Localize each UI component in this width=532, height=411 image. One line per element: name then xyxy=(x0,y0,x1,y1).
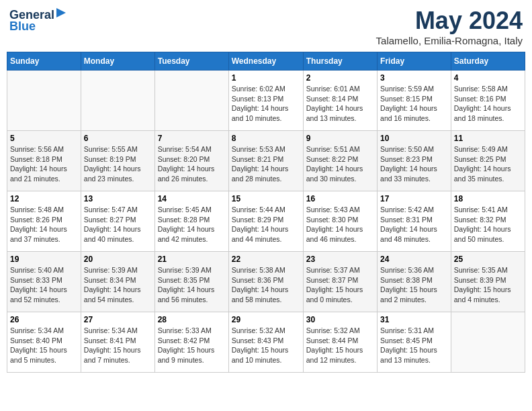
day-info: Sunrise: 5:56 AMSunset: 8:18 PMDaylight:… xyxy=(10,144,78,184)
day-info-line: Daylight: 14 hours xyxy=(380,104,437,112)
day-info-line: Daylight: 14 hours xyxy=(232,165,289,173)
day-info-line: Sunrise: 5:50 AM xyxy=(380,145,434,153)
day-info-line: Daylight: 14 hours xyxy=(454,165,511,173)
day-info-line: Sunrise: 5:48 AM xyxy=(10,205,64,214)
day-number: 3 xyxy=(380,73,448,83)
day-info-line: Daylight: 15 hours xyxy=(306,285,363,293)
week-row-4: 19Sunrise: 5:40 AMSunset: 8:33 PMDayligh… xyxy=(7,252,525,312)
day-number: 23 xyxy=(306,255,374,264)
day-info-line: Sunset: 8:36 PM xyxy=(232,276,284,284)
day-info-line: Sunrise: 5:53 AM xyxy=(232,145,285,153)
day-info-line: Sunset: 8:18 PM xyxy=(10,155,62,163)
day-number: 5 xyxy=(10,134,78,143)
day-info-line: Sunrise: 5:40 AM xyxy=(10,266,64,274)
day-info-line: and 13 minutes. xyxy=(380,356,431,364)
day-info-line: Sunrise: 5:39 AM xyxy=(84,266,138,274)
svg-marker-0 xyxy=(56,8,66,17)
day-number: 18 xyxy=(454,194,522,203)
day-number: 16 xyxy=(306,194,374,203)
calendar-cell: 10Sunrise: 5:50 AMSunset: 8:23 PMDayligh… xyxy=(378,131,451,191)
day-info-line: Sunrise: 5:34 AM xyxy=(84,326,138,334)
day-info-line: Sunset: 8:25 PM xyxy=(454,155,506,163)
day-info: Sunrise: 5:45 AMSunset: 8:28 PMDaylight:… xyxy=(158,205,226,244)
day-number: 29 xyxy=(232,315,300,324)
day-info: Sunrise: 5:34 AMSunset: 8:40 PMDaylight:… xyxy=(10,326,78,365)
day-number: 4 xyxy=(454,73,522,83)
day-info-line: Sunset: 8:15 PM xyxy=(380,95,433,103)
weekday-tuesday: Tuesday xyxy=(154,52,228,71)
day-info: Sunrise: 5:53 AMSunset: 8:21 PMDaylight:… xyxy=(232,144,300,184)
day-info-line: Daylight: 14 hours xyxy=(454,104,511,112)
calendar-cell: 15Sunrise: 5:44 AMSunset: 8:29 PMDayligh… xyxy=(228,191,303,252)
page-header: General Blue May 2024 Talamello, Emilia-… xyxy=(7,7,525,46)
calendar-cell: 8Sunrise: 5:53 AMSunset: 8:21 PMDaylight… xyxy=(228,131,303,191)
day-info-line: Daylight: 14 hours xyxy=(10,285,67,293)
day-info: Sunrise: 5:32 AMSunset: 8:43 PMDaylight:… xyxy=(232,326,300,365)
day-info-line: Sunset: 8:42 PM xyxy=(158,336,210,345)
day-info-line: Daylight: 14 hours xyxy=(10,165,67,173)
day-info-line: Sunrise: 5:37 AM xyxy=(306,266,360,274)
day-info-line: Daylight: 14 hours xyxy=(232,285,289,293)
calendar-cell: 21Sunrise: 5:39 AMSunset: 8:35 PMDayligh… xyxy=(154,252,228,312)
day-info-line: Sunrise: 5:56 AM xyxy=(10,145,64,153)
day-info-line: and 44 minutes. xyxy=(232,235,282,243)
day-number: 27 xyxy=(84,315,152,324)
location: Talamello, Emilia-Romagna, Italy xyxy=(376,35,523,46)
day-info-line: Sunset: 8:39 PM xyxy=(454,276,506,284)
day-info-line: and 42 minutes. xyxy=(158,235,208,243)
day-info-line: Sunset: 8:22 PM xyxy=(306,155,359,163)
logo: General Blue xyxy=(9,7,68,34)
day-info-line: and 37 minutes. xyxy=(10,235,60,243)
day-info-line: Sunset: 8:44 PM xyxy=(306,336,359,345)
day-info-line: Sunset: 8:32 PM xyxy=(454,216,506,224)
day-info-line: Sunrise: 5:49 AM xyxy=(454,145,508,153)
day-info-line: Daylight: 15 hours xyxy=(158,346,215,354)
day-info: Sunrise: 5:31 AMSunset: 8:45 PMDaylight:… xyxy=(380,326,448,365)
day-info-line: Sunset: 8:27 PM xyxy=(84,216,136,224)
day-info-line: and 21 minutes. xyxy=(10,175,60,183)
day-info: Sunrise: 5:47 AMSunset: 8:27 PMDaylight:… xyxy=(84,205,152,244)
day-info-line: Sunrise: 6:01 AM xyxy=(306,85,360,93)
day-info: Sunrise: 5:55 AMSunset: 8:19 PMDaylight:… xyxy=(84,144,152,184)
day-info-line: Sunset: 8:43 PM xyxy=(232,336,284,345)
day-info: Sunrise: 6:02 AMSunset: 8:13 PMDaylight:… xyxy=(232,84,300,124)
weekday-saturday: Saturday xyxy=(451,52,525,71)
week-row-3: 12Sunrise: 5:48 AMSunset: 8:26 PMDayligh… xyxy=(7,191,525,252)
day-info-line: and 10 minutes. xyxy=(232,114,282,122)
day-info-line: Sunrise: 6:02 AM xyxy=(232,85,285,93)
day-info-line: and 46 minutes. xyxy=(306,235,357,243)
logo-arrow-icon xyxy=(55,7,67,19)
day-info: Sunrise: 5:50 AMSunset: 8:23 PMDaylight:… xyxy=(380,144,448,184)
day-number: 26 xyxy=(10,315,78,324)
calendar-cell: 1Sunrise: 6:02 AMSunset: 8:13 PMDaylight… xyxy=(228,71,303,131)
day-info: Sunrise: 5:33 AMSunset: 8:42 PMDaylight:… xyxy=(158,326,226,365)
day-info: Sunrise: 5:48 AMSunset: 8:26 PMDaylight:… xyxy=(10,205,78,244)
day-number: 24 xyxy=(380,255,448,264)
month-title: May 2024 xyxy=(376,7,523,35)
day-info-line: Daylight: 14 hours xyxy=(306,104,363,112)
day-info-line: Sunset: 8:23 PM xyxy=(380,155,433,163)
calendar-cell: 6Sunrise: 5:55 AMSunset: 8:19 PMDaylight… xyxy=(81,131,154,191)
day-number: 20 xyxy=(84,255,152,264)
day-info: Sunrise: 5:49 AMSunset: 8:25 PMDaylight:… xyxy=(454,144,522,184)
day-info-line: Sunrise: 5:41 AM xyxy=(454,205,508,214)
weekday-monday: Monday xyxy=(81,52,154,71)
weekday-header-row: SundayMondayTuesdayWednesdayThursdayFrid… xyxy=(7,52,525,71)
day-info-line: Sunrise: 5:59 AM xyxy=(380,85,434,93)
calendar-cell: 27Sunrise: 5:34 AMSunset: 8:41 PMDayligh… xyxy=(81,312,154,373)
day-info-line: Sunset: 8:40 PM xyxy=(10,336,62,345)
day-info-line: and 9 minutes. xyxy=(158,356,204,364)
day-info: Sunrise: 5:44 AMSunset: 8:29 PMDaylight:… xyxy=(232,205,300,244)
day-info-line: Sunrise: 5:43 AM xyxy=(306,205,360,214)
day-info-line: Sunrise: 5:38 AM xyxy=(232,266,285,274)
calendar-cell xyxy=(7,71,81,131)
day-info-line: Sunset: 8:13 PM xyxy=(232,95,284,103)
day-info-line: and 18 minutes. xyxy=(454,114,504,122)
day-info-line: Sunrise: 5:42 AM xyxy=(380,205,434,214)
day-info-line: and 30 minutes. xyxy=(306,175,357,183)
day-info: Sunrise: 5:58 AMSunset: 8:16 PMDaylight:… xyxy=(454,84,522,124)
day-info-line: Sunset: 8:35 PM xyxy=(158,276,210,284)
day-info-line: Daylight: 14 hours xyxy=(10,225,67,233)
day-info-line: Daylight: 15 hours xyxy=(84,346,141,354)
calendar-cell: 20Sunrise: 5:39 AMSunset: 8:34 PMDayligh… xyxy=(81,252,154,312)
